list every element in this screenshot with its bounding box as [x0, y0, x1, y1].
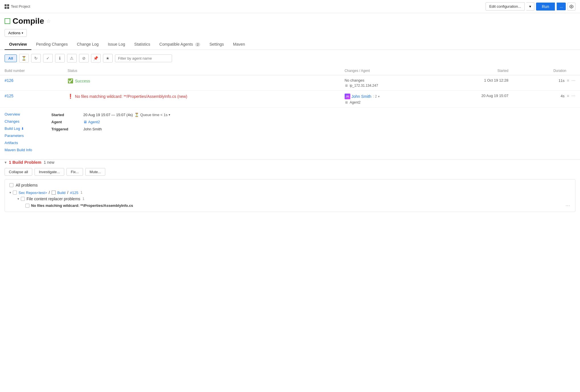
agent-link[interactable]: 🖥 Agent2 — [83, 120, 100, 124]
app-grid-icon — [5, 4, 9, 9]
no-changes-label: No changes — [345, 78, 431, 82]
tab-issue-log[interactable]: Issue Log — [103, 39, 130, 50]
build-125-link[interactable]: #125 — [5, 94, 13, 98]
sidebar-build-log-link[interactable]: Build Log ⬇ — [5, 126, 47, 131]
col-status: Status — [63, 66, 340, 75]
filter-warning-button[interactable]: ⚠ — [67, 54, 77, 62]
sidebar-artifacts-link[interactable]: Artifacts — [5, 141, 47, 145]
page-title: Compile — [13, 17, 44, 26]
queue-chevron-icon[interactable]: ▾ — [169, 113, 170, 117]
error-status: ❗ No files matching wildcard: **/Propert… — [68, 94, 336, 99]
group-collapse-icon[interactable]: ▾ — [9, 191, 11, 195]
duration-value: 4s — [561, 94, 565, 98]
changes-agent-cell: JS John Smith : 2 ▾ 🖥 Agent2 — [340, 91, 435, 108]
detail-sidebar: Overview Changes Build Log ⬇ Parameters … — [0, 108, 51, 159]
error-icon: ❗ — [68, 94, 73, 99]
filter-error-button[interactable]: ⊘ — [79, 54, 89, 62]
started-cell: 20 Aug 19 15:07 — [435, 91, 513, 108]
build-126-link[interactable]: #126 — [5, 78, 13, 83]
duration-value: 11s — [559, 78, 565, 83]
favorite-star-icon[interactable]: ☆ — [46, 18, 51, 24]
col-changes-agent: Changes / Agent — [340, 66, 435, 75]
tab-compatible-agents[interactable]: Compatible Agents 2 — [155, 39, 205, 50]
status-cell: ✅ Success — [63, 75, 340, 91]
filter-pinned-button[interactable]: 📌 — [91, 54, 101, 62]
sidebar-maven-build-info-link[interactable]: Maven Build Info — [5, 148, 47, 152]
table-row: #125 ❗ No files matching wildcard: **/Pr… — [0, 91, 580, 108]
problems-title: 1 Build Problem — [9, 160, 41, 165]
top-bar: Test Project Edit configuration... ▾ Run… — [0, 0, 580, 13]
changes-agent-cell: No changes 🖥 ip_172.31.134.247 — [340, 75, 435, 91]
all-problems-checkbox[interactable] — [9, 183, 13, 187]
build-icon-sm — [52, 191, 56, 195]
user-changes: JS John Smith : 2 ▾ — [345, 94, 380, 99]
compatible-agents-badge: 2 — [195, 43, 200, 47]
group-sep: / — [49, 190, 50, 195]
edit-config-button[interactable]: Edit configuration... — [486, 2, 525, 11]
triggered-value: John Smith — [83, 126, 575, 132]
sidebar-parameters-link[interactable]: Parameters — [5, 134, 47, 138]
collapse-all-button[interactable]: Collapse all — [5, 168, 32, 176]
top-bar-actions: Edit configuration... ▾ Run ... — [486, 2, 575, 11]
user-link[interactable]: John Smith — [351, 94, 371, 99]
started-value: 20 Aug 19 15:07 — 15:07 (4s) ⏳ Queue tim… — [83, 112, 575, 118]
duration-cell: 4s ≡ ⋯ — [513, 91, 580, 108]
success-icon: ✅ — [68, 78, 73, 84]
problem-group: ▾ Sec Repos<test> / Build / #125 1 ▾ Fil… — [9, 190, 571, 208]
detail-checkbox[interactable] — [25, 204, 29, 208]
stream-icon[interactable]: ≡ — [567, 94, 569, 98]
tab-pending-changes[interactable]: Pending Changes — [31, 39, 72, 50]
changes-chevron-icon[interactable]: ▾ — [378, 95, 380, 98]
duration-cell: 11s ≡ ⋯ — [513, 75, 580, 91]
group-count: 1 — [80, 191, 82, 195]
problem-detail-row: No files matching wildcard: **/Propertie… — [25, 203, 571, 208]
sub-checkbox[interactable] — [21, 197, 25, 201]
col-started: Started — [435, 66, 513, 75]
agent-info: 🖥 Agent2 — [345, 100, 431, 104]
filter-all-button[interactable]: All — [5, 54, 17, 62]
filter-success-button[interactable]: ✓ — [43, 54, 53, 62]
run-button[interactable]: Run — [536, 3, 555, 11]
problem-detail-text: No files matching wildcard: **/Propertie… — [31, 203, 133, 208]
tab-settings[interactable]: Settings — [205, 39, 229, 50]
problems-toggle-icon[interactable]: ▾ — [5, 160, 7, 165]
tab-statistics[interactable]: Statistics — [130, 39, 155, 50]
sub-collapse-icon[interactable]: ▾ — [17, 197, 19, 201]
triggered-label: Triggered — [51, 126, 80, 132]
actions-button[interactable]: Actions ▾ — [5, 29, 27, 37]
build-number-link-detail[interactable]: #125 — [70, 191, 78, 195]
top-right-icon[interactable] — [567, 3, 575, 11]
agent-name-filter-input[interactable] — [115, 54, 172, 62]
fix-button[interactable]: Fix... — [66, 168, 83, 176]
svg-point-0 — [571, 6, 572, 7]
sub-label: File content replacer problems — [27, 197, 80, 201]
detail-main: Started 20 Aug 19 15:07 — 15:07 (4s) ⏳ Q… — [51, 108, 575, 159]
edit-config-caret-button[interactable]: ▾ — [526, 2, 534, 11]
sidebar-changes-link[interactable]: Changes — [5, 119, 47, 124]
user-avatar: JS — [345, 94, 350, 99]
more-actions-icon[interactable]: ⋯ — [571, 94, 575, 98]
tab-change-log[interactable]: Change Log — [72, 39, 103, 50]
investigate-button[interactable]: Investigate... — [35, 168, 64, 176]
mute-button[interactable]: Mute... — [85, 168, 105, 176]
group-repo-link[interactable]: Sec Repos<test> — [19, 191, 47, 195]
build-number-cell: #126 — [0, 75, 63, 91]
run-more-button[interactable]: ... — [557, 3, 566, 10]
more-actions-icon[interactable]: ⋯ — [571, 78, 575, 83]
sub-count: 1 — [82, 197, 84, 201]
problem-more-icon[interactable]: ⋯ — [565, 203, 571, 208]
status-cell: ❗ No files matching wildcard: **/Propert… — [63, 91, 340, 108]
filter-running-button[interactable]: ↻ — [31, 54, 41, 62]
group-build-link[interactable]: Build — [57, 191, 66, 195]
agent-icon: 🖥 — [345, 100, 348, 104]
detail-section: Overview Changes Build Log ⬇ Parameters … — [0, 108, 580, 160]
tab-maven[interactable]: Maven — [229, 39, 250, 50]
filter-starred-button[interactable]: ★ — [103, 54, 113, 62]
stream-icon[interactable]: ≡ — [567, 78, 569, 83]
tab-overview[interactable]: Overview — [5, 39, 31, 50]
filter-info-button[interactable]: ℹ — [55, 54, 65, 62]
filter-queued-button[interactable]: ⏳ — [19, 54, 29, 62]
group-checkbox[interactable] — [13, 191, 17, 195]
sidebar-overview-link[interactable]: Overview — [5, 112, 47, 116]
all-problems-label: All problems — [16, 183, 38, 187]
